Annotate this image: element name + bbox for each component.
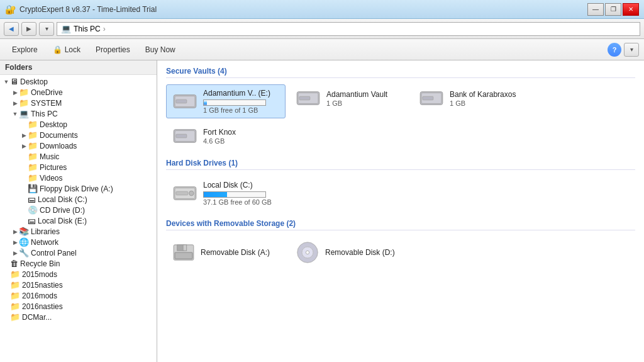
item-label-12: CD Drive (D:) [40,206,85,215]
cd-svg [295,241,320,264]
sidebar-item-15[interactable]: ▶ 🌐 Network [0,237,157,247]
vault-progress-bar-0 [204,100,207,105]
removable-name-1: Removable Disk (D:) [325,248,395,257]
vault-item-1[interactable]: Adamantium Vault 1 GB [289,84,409,118]
vault-item-0[interactable]: Adamantium V.. (E:) 1 GB free of 1 GB [166,84,286,118]
window-title: CryptoExpert 8 v8.37 - Time-Limited Tria… [19,5,157,14]
restore-button[interactable]: ❐ [605,3,621,16]
removable-item-1[interactable]: Removable Disk (D:) [289,237,409,268]
item-label-5: Documents [40,131,78,140]
hdd-info-0: Local Disk (C:) 37.1 GB free of 60 GB [203,181,272,206]
expand-icon-1[interactable]: ▶ [11,89,19,96]
view-dropdown-button[interactable]: ▾ [624,43,639,57]
expand-icon-10 [20,185,28,193]
expand-icon-19 [3,281,10,289]
item-icon-1: 📁 [19,88,29,97]
expand-icon-14[interactable]: ▶ [11,228,19,235]
vault-item-3[interactable]: Fort Knox 4.6 GB [166,122,286,150]
expand-icon-16[interactable]: ▶ [11,249,19,257]
item-label-14: Libraries [31,227,60,236]
back-button[interactable]: ◀ [4,22,19,36]
item-icon-3: 💻 [19,109,29,118]
sidebar-item-18[interactable]: 📁 2015mods [0,269,157,280]
vault-disk-svg [295,89,321,108]
sidebar-item-9[interactable]: 📁 Videos [0,173,157,183]
sidebar-item-4[interactable]: 📁 Desktop [0,119,157,130]
title-controls: — ❐ ✕ [587,3,639,16]
svg-point-18 [189,191,194,196]
lock-label: Lock [65,45,80,54]
secure-vaults-header: Secure Vaults (4) [166,67,635,78]
hdd-item-0[interactable]: Local Disk (C:) 37.1 GB free of 60 GB [166,176,286,210]
sidebar-item-3[interactable]: ▼ 💻 This PC [0,108,157,119]
item-icon-7: 📁 [28,152,38,161]
expand-icon-20 [3,292,10,300]
address-field[interactable]: 💻 This PC › [57,22,640,36]
sidebar-item-21[interactable]: 📁 2016nasties [0,301,157,312]
vault-inner-0: Adamantium V.. (E:) 1 GB free of 1 GB [172,89,280,114]
title-bar: 🔐 CryptoExpert 8 v8.37 - Time-Limited Tr… [0,0,644,19]
help-button[interactable]: ? [608,43,621,57]
expand-icon-4 [20,121,28,128]
sidebar-item-6[interactable]: ▶ 📁 Downloads [0,140,157,151]
expand-icon-2[interactable]: ▶ [11,99,19,107]
properties-label: Properties [96,45,130,54]
sidebar-item-16[interactable]: ▶ 🔧 Control Panel [0,247,157,258]
sidebar-item-20[interactable]: 📁 2016mods [0,290,157,301]
sidebar-item-19[interactable]: 📁 2015nasties [0,280,157,290]
sidebar-item-0[interactable]: ▼ 🖥 Desktop [0,76,157,87]
item-label-4: Desktop [40,120,67,129]
sidebar-item-7[interactable]: 📁 Music [0,151,157,162]
sidebar-item-2[interactable]: ▶ 📁 SYSTEM [0,98,157,108]
expand-icon-17 [3,260,10,268]
lock-button[interactable]: 🔒 Lock [46,42,87,58]
dropdown-nav-button[interactable]: ▾ [39,22,54,36]
sidebar-item-13[interactable]: 🖴 Local Disk (E:) [0,215,157,226]
minimize-button[interactable]: — [587,3,604,16]
tree-container[interactable]: ▼ 🖥 Desktop ▶ 📁 OneDrive ▶ 📁 SYSTEM ▼ 💻 … [0,75,157,362]
sidebar-item-12[interactable]: 💿 CD Drive (D:) [0,205,157,215]
expand-icon-7 [20,153,28,161]
close-button[interactable]: ✕ [623,3,639,16]
item-label-15: Network [31,238,58,247]
sidebar-item-8[interactable]: 📁 Pictures [0,162,157,173]
sidebar-item-17[interactable]: 🗑 Recycle Bin [0,258,157,269]
item-icon-0: 🖥 [10,77,18,86]
sidebar-item-14[interactable]: ▶ 📚 Libraries [0,226,157,237]
sidebar-item-5[interactable]: ▶ 📁 Documents [0,130,157,140]
explore-button[interactable]: Explore [5,42,45,58]
expand-icon-3[interactable]: ▼ [11,110,19,118]
sidebar-item-11[interactable]: 🖴 Local Disk (C:) [0,194,157,205]
item-icon-20: 📁 [10,291,20,300]
item-icon-4: 📁 [28,120,38,129]
item-label-8: Pictures [40,163,67,172]
expand-icon-6[interactable]: ▶ [20,142,28,150]
item-label-16: Control Panel [31,249,77,257]
expand-icon-15[interactable]: ▶ [11,239,19,246]
item-label-7: Music [40,152,59,161]
buynow-label: Buy Now [145,45,175,54]
removable-item-0[interactable]: Removable Disk (A:) [166,237,286,268]
expand-icon-0[interactable]: ▼ [3,78,10,86]
expand-icon-13 [20,217,28,225]
sidebar-item-22[interactable]: 📁 DCMar... [0,312,157,322]
hdd-svg [172,184,198,203]
item-label-22: DCMar... [22,313,52,322]
app-icon: 🔐 [5,4,16,14]
hdd-progress-0 [203,191,266,198]
vault-item-2[interactable]: Bank of Karabraxos 1 GB [413,84,532,118]
floppy-svg [172,244,196,261]
item-icon-10: 💾 [28,184,38,193]
buynow-button[interactable]: Buy Now [138,42,182,58]
main-content: Folders ▼ 🖥 Desktop ▶ 📁 OneDrive ▶ 📁 SYS… [0,60,644,362]
sidebar-item-1[interactable]: ▶ 📁 OneDrive [0,87,157,98]
sidebar-item-10[interactable]: 💾 Floppy Disk Drive (A:) [0,183,157,194]
item-label-19: 2015nasties [22,281,63,290]
expand-icon-5[interactable]: ▶ [20,132,28,139]
forward-button[interactable]: ▶ [21,22,36,36]
item-label-17: Recycle Bin [20,259,60,268]
hdd-progress-bar-0 [204,192,227,197]
properties-button[interactable]: Properties [89,42,137,58]
item-label-10: Floppy Disk Drive (A:) [40,184,113,193]
svg-rect-19 [176,191,188,195]
